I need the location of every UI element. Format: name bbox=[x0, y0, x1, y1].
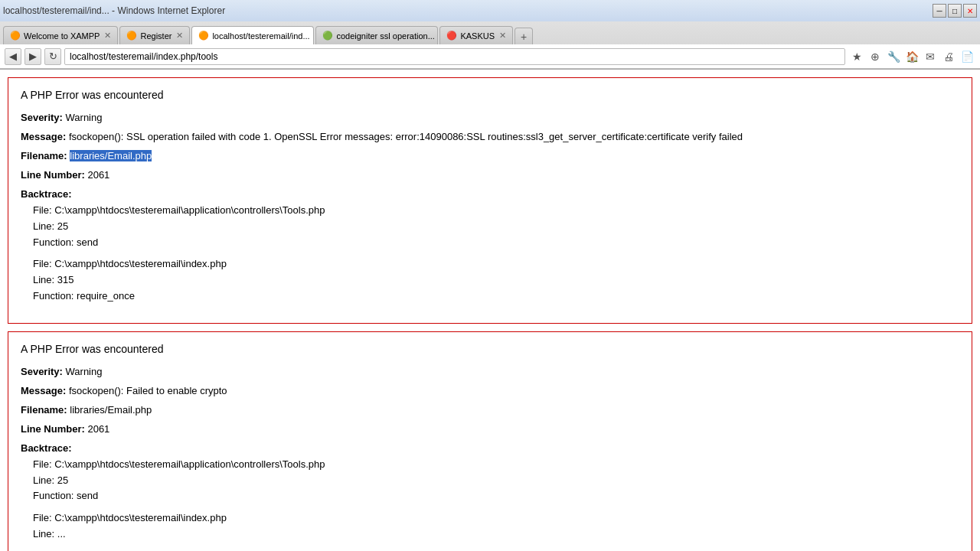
home-icon[interactable]: 🏠 bbox=[903, 48, 920, 65]
message-label-1: Message: bbox=[21, 131, 66, 142]
severity-label-2: Severity: bbox=[21, 366, 63, 377]
title-bar: localhost/testeremail/ind... - Windows I… bbox=[0, 0, 980, 21]
tab-xampp[interactable]: 🟠 Welcome to XAMPP ✕ bbox=[3, 26, 118, 44]
filename-value-1: libraries/Email.php bbox=[70, 150, 152, 161]
backtrace-file-1-1: File: C:\xampp\htdocs\testeremail\index.… bbox=[33, 256, 959, 272]
backtrace-line-1-1: Line: 315 bbox=[33, 272, 959, 289]
linenumber-label-2: Line Number: bbox=[21, 423, 85, 435]
backtrace-field-1: Backtrace: File: C:\xampp\htdocs\testere… bbox=[21, 188, 959, 305]
filename-field-2: Filename: libraries/Email.php bbox=[21, 404, 959, 416]
backtrace-block-1: File: C:\xampp\htdocs\testeremail\applic… bbox=[21, 203, 959, 305]
tab-label-codeigniter: codeigniter ssl operation... bbox=[336, 31, 434, 41]
tab-kaskus[interactable]: 🔴 KASKUS ✕ bbox=[439, 26, 513, 44]
window-controls: ─ □ ✕ bbox=[933, 4, 977, 18]
severity-value-1: Warning bbox=[66, 112, 103, 123]
linenumber-field-2: Line Number: 2061 bbox=[21, 423, 959, 435]
minimize-button[interactable]: ─ bbox=[933, 4, 946, 18]
window-title: localhost/testeremail/ind... - Windows I… bbox=[3, 5, 225, 16]
address-input[interactable] bbox=[64, 48, 845, 65]
back-button[interactable]: ◀ bbox=[5, 48, 21, 65]
backtrace-label-2: Backtrace: bbox=[21, 442, 72, 454]
tools-icon[interactable]: 🔧 bbox=[885, 48, 902, 65]
tab-close-kaskus[interactable]: ✕ bbox=[499, 31, 506, 41]
message-field-2: Message: fsockopen(): Failed to enable c… bbox=[21, 385, 959, 396]
linenumber-field-1: Line Number: 2061 bbox=[21, 169, 959, 181]
tab-label-localhost: localhost/testeremail/ind... bbox=[212, 31, 309, 41]
favorites-icon[interactable]: ★ bbox=[848, 48, 865, 65]
tab-close-xampp[interactable]: ✕ bbox=[104, 31, 111, 41]
backtrace-function-1-1: Function: require_once bbox=[33, 289, 959, 305]
tab-bar: 🟠 Welcome to XAMPP ✕ 🟠 Register ✕ 🟠 loca… bbox=[0, 21, 980, 44]
tab-label-xampp: Welcome to XAMPP bbox=[24, 31, 100, 41]
tab-favicon-localhost: 🟠 bbox=[198, 31, 209, 41]
page-content: A PHP Error was encountered Severity: Wa… bbox=[0, 70, 980, 551]
tab-localhost[interactable]: 🟠 localhost/testeremail/ind... ✕ bbox=[191, 26, 314, 44]
address-bar: ◀ ▶ ↻ ★ ⊕ 🔧 🏠 ✉ 🖨 📄 bbox=[0, 44, 980, 69]
backtrace-file-1-0: File: C:\xampp\htdocs\testeremail\applic… bbox=[33, 203, 959, 219]
backtrace-line-2-1: Line: ... bbox=[33, 527, 959, 543]
message-label-2: Message: bbox=[21, 385, 66, 396]
tab-label-register: Register bbox=[140, 31, 172, 41]
error-title-2: A PHP Error was encountered bbox=[21, 343, 959, 355]
tab-favicon-xampp: 🟠 bbox=[10, 31, 21, 41]
severity-field-2: Severity: Warning bbox=[21, 366, 959, 377]
backtrace-block-2: File: C:\xampp\htdocs\testeremail\applic… bbox=[21, 457, 959, 543]
backtrace-line-2-0: Line: 25 bbox=[33, 473, 959, 489]
browser-chrome: localhost/testeremail/ind... - Windows I… bbox=[0, 0, 980, 70]
severity-label-1: Severity: bbox=[21, 112, 63, 123]
backtrace-line-1-0: Line: 25 bbox=[33, 219, 959, 235]
close-button[interactable]: ✕ bbox=[963, 4, 977, 18]
linenumber-label-1: Line Number: bbox=[21, 169, 85, 181]
backtrace-item-1-0: File: C:\xampp\htdocs\testeremail\applic… bbox=[33, 203, 959, 250]
error-box-1: A PHP Error was encountered Severity: Wa… bbox=[8, 77, 972, 324]
linenumber-value-2: 2061 bbox=[87, 423, 109, 435]
tab-codeigniter[interactable]: 🟢 codeigniter ssl operation... ✕ bbox=[315, 26, 438, 44]
message-value-2: fsockopen(): Failed to enable crypto bbox=[69, 385, 227, 396]
tab-register[interactable]: 🟠 Register ✕ bbox=[119, 26, 190, 44]
maximize-button[interactable]: □ bbox=[948, 4, 962, 18]
error-title-1: A PHP Error was encountered bbox=[21, 89, 959, 101]
filename-label-1: Filename: bbox=[21, 150, 67, 161]
backtrace-function-2-0: Function: send bbox=[33, 488, 959, 504]
page-icon[interactable]: 📄 bbox=[959, 48, 975, 65]
tab-close-register[interactable]: ✕ bbox=[176, 31, 183, 41]
tab-favicon-kaskus: 🔴 bbox=[446, 31, 457, 41]
new-tab-button[interactable]: + bbox=[514, 28, 533, 44]
backtrace-file-2-1: File: C:\xampp\htdocs\testeremail\index.… bbox=[33, 510, 959, 527]
error-box-2: A PHP Error was encountered Severity: Wa… bbox=[8, 331, 972, 551]
severity-value-2: Warning bbox=[66, 366, 103, 377]
tab-favicon-register: 🟠 bbox=[126, 31, 137, 41]
add-favorites-icon[interactable]: ⊕ bbox=[867, 48, 884, 65]
reload-button[interactable]: ↻ bbox=[44, 48, 61, 65]
filename-field-1: Filename: libraries/Email.php bbox=[21, 150, 959, 161]
message-value-1: fsockopen(): SSL operation failed with c… bbox=[69, 131, 743, 142]
mail-icon[interactable]: ✉ bbox=[922, 48, 939, 65]
backtrace-file-2-0: File: C:\xampp\htdocs\testeremail\applic… bbox=[33, 457, 959, 473]
tab-favicon-codeigniter: 🟢 bbox=[322, 31, 333, 41]
backtrace-item-1-1: File: C:\xampp\htdocs\testeremail\index.… bbox=[33, 256, 959, 304]
filename-value-2: libraries/Email.php bbox=[70, 404, 152, 416]
backtrace-label-1: Backtrace: bbox=[21, 188, 72, 200]
forward-button[interactable]: ▶ bbox=[24, 48, 41, 65]
toolbar-icons: ★ ⊕ 🔧 🏠 ✉ 🖨 📄 bbox=[848, 48, 975, 65]
backtrace-item-2-0: File: C:\xampp\htdocs\testeremail\applic… bbox=[33, 457, 959, 504]
print-icon[interactable]: 🖨 bbox=[940, 48, 957, 65]
backtrace-item-2-1: File: C:\xampp\htdocs\testeremail\index.… bbox=[33, 510, 959, 543]
severity-field-1: Severity: Warning bbox=[21, 112, 959, 123]
filename-label-2: Filename: bbox=[21, 404, 67, 416]
linenumber-value-1: 2061 bbox=[87, 169, 109, 181]
tab-label-kaskus: KASKUS bbox=[460, 31, 495, 41]
backtrace-field-2: Backtrace: File: C:\xampp\htdocs\testere… bbox=[21, 442, 959, 543]
message-field-1: Message: fsockopen(): SSL operation fail… bbox=[21, 131, 959, 142]
backtrace-function-1-0: Function: send bbox=[33, 235, 959, 251]
